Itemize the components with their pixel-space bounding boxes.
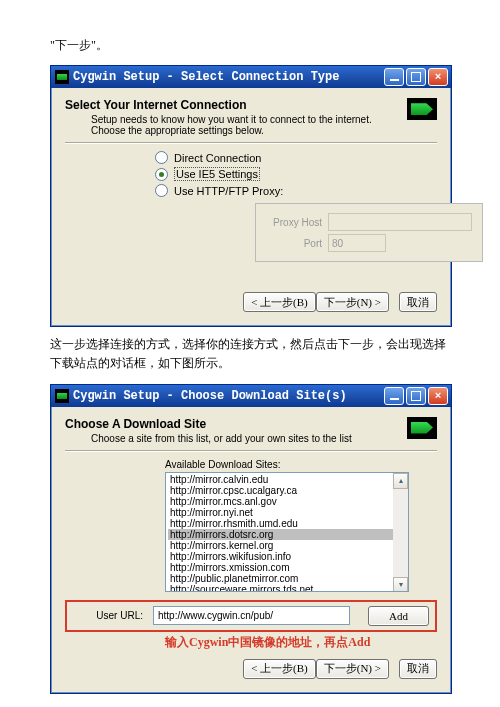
- window-connection-type: Cygwin Setup - Select Connection Type × …: [50, 65, 452, 327]
- close-button[interactable]: ×: [428, 387, 448, 405]
- maximize-button[interactable]: [406, 68, 426, 86]
- next-button[interactable]: 下一步(N) >: [316, 659, 389, 679]
- cancel-button[interactable]: 取消: [399, 292, 437, 312]
- list-item[interactable]: http://mirror.rhsmith.umd.edu: [168, 518, 406, 529]
- page-subheading: Setup needs to know how you want it to c…: [91, 114, 401, 136]
- window-download-site: Cygwin Setup - Choose Download Site(s) ×…: [50, 384, 452, 694]
- proxy-port-input[interactable]: [328, 234, 386, 252]
- page-heading: Select Your Internet Connection: [65, 98, 401, 112]
- window-title: Cygwin Setup - Select Connection Type: [73, 70, 384, 84]
- next-button[interactable]: 下一步(N) >: [316, 292, 389, 312]
- list-item[interactable]: http://sourceware.mirrors.tds.net: [168, 584, 406, 592]
- intro-text: "下一步"。: [50, 36, 450, 55]
- page-subheading: Choose a site from this list, or add you…: [91, 433, 401, 444]
- list-item[interactable]: http://mirror.calvin.edu: [168, 474, 406, 485]
- sites-listbox[interactable]: http://mirror.calvin.eduhttp://mirror.cp…: [165, 472, 409, 592]
- window-title: Cygwin Setup - Choose Download Site(s): [73, 389, 384, 403]
- user-url-input[interactable]: [153, 606, 350, 625]
- scroll-down-icon[interactable]: ▾: [393, 577, 408, 592]
- list-item[interactable]: http://mirrors.kernel.org: [168, 540, 406, 551]
- titlebar: Cygwin Setup - Choose Download Site(s) ×: [51, 385, 451, 407]
- list-item[interactable]: http://mirrors.dotsrc.org: [168, 529, 406, 540]
- radio-use-ie5[interactable]: Use IE5 Settings: [155, 167, 437, 181]
- user-url-label: User URL:: [73, 610, 143, 621]
- scroll-up-icon[interactable]: ▴: [393, 473, 408, 489]
- app-icon: [55, 70, 69, 84]
- proxy-host-label: Proxy Host: [262, 217, 322, 228]
- cancel-button[interactable]: 取消: [399, 659, 437, 679]
- proxy-port-label: Port: [262, 238, 322, 249]
- proxy-host-input[interactable]: [328, 213, 472, 231]
- list-item[interactable]: http://mirror.cpsc.ucalgary.ca: [168, 485, 406, 496]
- radio-use-proxy[interactable]: Use HTTP/FTP Proxy:: [155, 184, 437, 197]
- scrollbar[interactable]: ▴ ▾: [393, 473, 408, 591]
- close-button[interactable]: ×: [428, 68, 448, 86]
- available-sites-label: Available Download Sites:: [165, 459, 437, 470]
- user-url-row: User URL: Add: [65, 600, 437, 632]
- list-item[interactable]: http://mirror.mcs.anl.gov: [168, 496, 406, 507]
- list-item[interactable]: http://mirror.nyi.net: [168, 507, 406, 518]
- cygwin-logo-icon: [407, 98, 437, 120]
- maximize-button[interactable]: [406, 387, 426, 405]
- minimize-button[interactable]: [384, 68, 404, 86]
- back-button[interactable]: < 上一步(B): [243, 659, 316, 679]
- app-icon: [55, 389, 69, 403]
- minimize-button[interactable]: [384, 387, 404, 405]
- page-heading: Choose A Download Site: [65, 417, 401, 431]
- cygwin-logo-icon: [407, 417, 437, 439]
- radio-direct-connection[interactable]: Direct Connection: [155, 151, 437, 164]
- mid-text: 这一步选择连接的方式，选择你的连接方式，然后点击下一步，会出现选择下载站点的对话…: [50, 335, 450, 373]
- proxy-group: Proxy Host Port: [255, 203, 483, 262]
- annotation-text: 输入Cygwin中国镜像的地址，再点Add: [165, 634, 437, 651]
- list-item[interactable]: http://mirrors.wikifusion.info: [168, 551, 406, 562]
- titlebar: Cygwin Setup - Select Connection Type ×: [51, 66, 451, 88]
- back-button[interactable]: < 上一步(B): [243, 292, 316, 312]
- list-item[interactable]: http://public.planetmirror.com: [168, 573, 406, 584]
- add-button[interactable]: Add: [368, 606, 429, 626]
- list-item[interactable]: http://mirrors.xmission.com: [168, 562, 406, 573]
